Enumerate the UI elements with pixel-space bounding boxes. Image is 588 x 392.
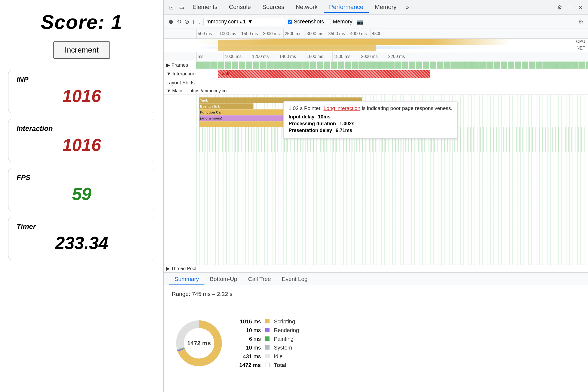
legend-ms-system: 10 ms <box>237 343 263 352</box>
memory-label: Memory <box>333 19 352 25</box>
tab-performance[interactable]: Performance <box>324 2 369 13</box>
donut-chart: 1472 ms <box>172 316 226 370</box>
ruler2-mark-6: 2000 ms <box>360 52 387 61</box>
memory-checkbox[interactable] <box>327 20 331 24</box>
layout-shifts-track: Layout Shifts <box>164 79 588 87</box>
function-call-label: Function Call <box>200 110 222 114</box>
ruler2-mark-0: ms <box>196 52 223 61</box>
main-thread-label: ▼ Main — https://mmocny.co <box>166 88 227 94</box>
legend-row-scripting: 1016 ms Scripting <box>237 317 301 326</box>
thread-pool-marker <box>387 268 387 272</box>
legend-color-scripting <box>265 319 270 323</box>
ruler-mark-8: 4500 <box>370 29 392 39</box>
summary-main: 1472 ms 1016 ms Scripting 10 ms Renderin… <box>172 300 580 387</box>
increment-button[interactable]: Increment <box>53 41 110 59</box>
tab-summary[interactable]: Summary <box>169 274 204 285</box>
frames-content <box>196 61 588 69</box>
url-bar: mmocny.com #1 ▼ <box>203 17 285 26</box>
event-click-bar[interactable]: Event: click <box>199 103 253 109</box>
performance-tooltip: 1.02 s Pointer Long interaction is indic… <box>283 101 458 139</box>
tooltip-header: 1.02 s Pointer Long interaction is indic… <box>289 105 452 111</box>
thread-pool-row[interactable]: ▶ Thread Pool <box>164 265 588 272</box>
legend-row-rendering: 10 ms Rendering <box>237 326 301 335</box>
timer-value: 233.34 <box>17 233 147 253</box>
upload-icon[interactable]: ↑ <box>192 18 195 25</box>
ruler2-mark-3: 1400 ms <box>278 52 305 61</box>
capture-screenshot-icon[interactable]: 📷 <box>355 17 365 27</box>
tab-event-log[interactable]: Event Log <box>276 274 313 285</box>
tab-bottom-up[interactable]: Bottom-Up <box>204 274 243 285</box>
timeline-area[interactable]: ms 1000 ms 1200 ms 1400 ms 1600 ms 1800 … <box>164 52 588 272</box>
interactions-content: Task <box>196 69 588 79</box>
timeline-ruler: 500 ms 1000 ms 1500 ms 2000 ms 2500 ms 3… <box>164 29 588 39</box>
tab-network[interactable]: Network <box>290 2 323 13</box>
devtools-panel: ⊡ ▭ Elements Console Sources Network Per… <box>163 0 588 392</box>
reload-icon[interactable]: ↻ <box>177 18 182 25</box>
device-icon[interactable]: ▭ <box>177 2 186 12</box>
interactions-label[interactable]: ▼ Interactions <box>164 71 196 77</box>
tab-console[interactable]: Console <box>223 2 256 13</box>
thread-pool-label[interactable]: ▶ Thread Pool <box>164 266 196 271</box>
legend-row-system: 10 ms System <box>237 343 301 352</box>
fps-card: FPS 59 <box>8 168 155 211</box>
memory-checkbox-group: Memory <box>327 19 352 25</box>
tooltip-time: 1.02 s Pointer <box>289 105 320 111</box>
frames-label[interactable]: ▶ Frames <box>164 62 196 68</box>
tab-elements[interactable]: Elements <box>187 2 223 13</box>
tab-call-tree[interactable]: Call Tree <box>243 274 276 285</box>
close-icon[interactable]: ✕ <box>575 2 585 12</box>
legend-label-total: Total <box>272 361 301 369</box>
legend-color-idle <box>265 354 270 358</box>
tooltip-link[interactable]: Long interaction <box>324 105 360 111</box>
legend-row-painting: 6 ms Painting <box>237 335 301 343</box>
ruler2-mark-5: 1800 ms <box>332 52 360 61</box>
tab-sources[interactable]: Sources <box>257 2 290 13</box>
legend-ms-painting: 6 ms <box>237 335 263 343</box>
download-icon[interactable]: ↓ <box>198 18 201 25</box>
legend-label-system: System <box>272 343 301 352</box>
timeline-ruler2: ms 1000 ms 1200 ms 1400 ms 1600 ms 1800 … <box>164 52 588 61</box>
inspect-icon[interactable]: ⊡ <box>166 2 176 12</box>
interaction-label: Interaction <box>17 124 147 133</box>
ruler-mark-3: 2000 ms <box>262 29 283 39</box>
legend-color-rendering <box>265 328 270 332</box>
more-options-icon[interactable]: ⋮ <box>565 2 575 12</box>
legend-table: 1016 ms Scripting 10 ms Rendering 6 ms P… <box>237 317 301 369</box>
layout-shifts-label[interactable]: Layout Shifts <box>164 80 196 86</box>
thread-pool-content <box>196 265 588 272</box>
ruler-mark-1: 1000 ms <box>218 29 240 39</box>
more-tabs-icon[interactable]: » <box>402 2 412 12</box>
event-click-label: Event: click <box>200 104 220 108</box>
main-thread-header[interactable]: ▼ Main — https://mmocny.co <box>164 87 588 95</box>
ruler2-mark-4: 1600 ms <box>305 52 332 61</box>
toolbar-gear-icon[interactable]: ⚙ <box>578 18 584 25</box>
tooltip-suffix: is indicating poor page responsiveness. <box>362 105 452 111</box>
fps-value: 59 <box>17 184 147 204</box>
pointer-interaction-bar[interactable]: Task <box>218 70 430 78</box>
ruler-mark-0: 500 ms <box>196 29 218 39</box>
ruler-mark-7: 4000 ms <box>349 29 370 39</box>
legend-label-idle: Idle <box>272 352 301 361</box>
settings-icon[interactable]: ⚙ <box>555 2 565 12</box>
ruler2-marks: ms 1000 ms 1200 ms 1400 ms 1600 ms 1800 … <box>196 52 588 61</box>
url-dropdown-icon[interactable]: ▼ <box>247 19 253 25</box>
screenshots-checkbox[interactable] <box>288 20 292 24</box>
frames-track: ▶ Frames <box>164 61 588 69</box>
legend-ms-total: 1472 ms <box>237 361 263 369</box>
bottom-content: Range: 745 ms – 2.22 s <box>164 285 588 392</box>
clear-icon[interactable]: ⊘ <box>184 18 189 25</box>
record-icon[interactable]: ⏺ <box>168 18 174 25</box>
tab-memory[interactable]: Memory <box>369 2 402 13</box>
screenshots-label: Screenshots <box>294 19 324 25</box>
score-title: Score: 1 <box>8 11 155 33</box>
ruler2-mark-1: 1000 ms <box>223 52 251 61</box>
interaction-value: 1016 <box>17 135 147 155</box>
legend-ms-rendering: 10 ms <box>237 326 263 335</box>
cpu-net-overview[interactable]: CPU NET <box>164 39 588 52</box>
ruler-mark-2: 1500 ms <box>240 29 262 39</box>
timer-label: Timer <box>17 222 147 231</box>
interaction-card: Interaction 1016 <box>8 119 155 162</box>
legend-ms-scripting: 1016 ms <box>237 317 263 326</box>
ruler-marks: 500 ms 1000 ms 1500 ms 2000 ms 2500 ms 3… <box>196 29 588 39</box>
donut-center-label: 1472 ms <box>187 340 211 347</box>
